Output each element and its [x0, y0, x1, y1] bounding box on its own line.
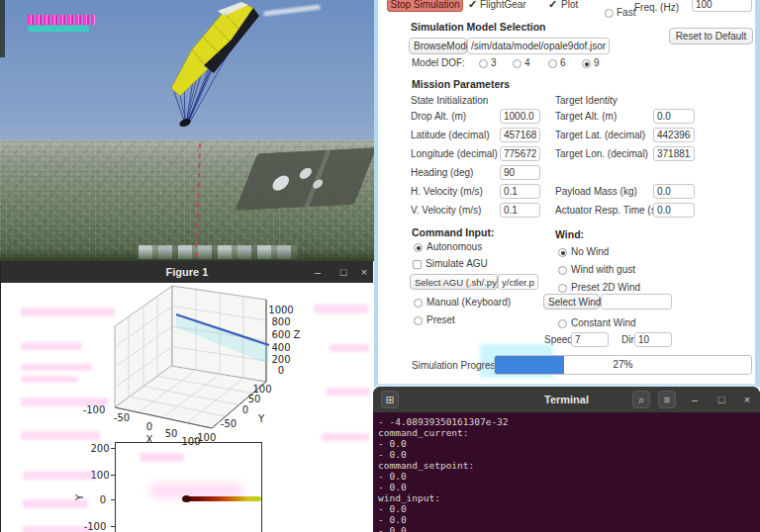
wind-path-input[interactable]: [601, 294, 672, 310]
terminal-line: - 0.0: [378, 482, 760, 492]
preset-2d-wind-label[interactable]: Preset 2D Wind: [571, 282, 640, 293]
simulate-agu-label[interactable]: Simulate AGU: [426, 258, 488, 269]
figure-titlebar[interactable]: Figure 1 – □ ×: [1, 261, 373, 283]
maximize-icon[interactable]: □: [333, 261, 353, 283]
preset-radio[interactable]: [414, 316, 423, 325]
simulation-progress-bar: 27%: [494, 355, 752, 375]
model-dof-label: Model DOF:: [412, 57, 465, 68]
plot-checkbox-label[interactable]: Plot: [561, 0, 578, 10]
parafoil-model: [129, 0, 277, 138]
maximize-icon[interactable]: □: [712, 391, 730, 408]
select-wind-button[interactable]: Select Wind: [543, 294, 600, 310]
close-icon[interactable]: ×: [738, 391, 756, 408]
window-edge-artifact: [0, 0, 5, 57]
manual-label[interactable]: Manual (Keyboard): [427, 297, 511, 308]
ghost-artifact: [326, 388, 370, 396]
ghost-artifact: [21, 342, 82, 350]
axis-tick-mark: [111, 448, 115, 449]
dof-label-9[interactable]: 9: [594, 57, 600, 68]
state-init-header: State Initialization: [411, 95, 488, 106]
v-velocity-input[interactable]: [500, 203, 540, 218]
field-label: Payload Mass (kg): [555, 186, 637, 197]
dof-radio-6[interactable]: [548, 59, 557, 68]
fast-radio[interactable]: [605, 9, 614, 18]
dof-label-3[interactable]: 3: [491, 57, 497, 68]
reset-default-button[interactable]: Reset to Default: [669, 28, 753, 44]
constant-wind-label[interactable]: Constant Wind: [571, 317, 636, 328]
no-wind-radio[interactable]: [558, 248, 567, 257]
model-path-input[interactable]: [467, 38, 610, 54]
wind-gust-label[interactable]: Wind with gust: [571, 264, 635, 275]
model-section-title: Simulation Model Selection: [411, 21, 546, 33]
freq-label: Freq. (Hz): [634, 2, 679, 13]
target-lat-input[interactable]: [653, 128, 695, 142]
simulate-agu-checkbox[interactable]: [413, 260, 422, 269]
plot2d-ticks: 2001000-100Y: [1, 283, 373, 532]
preset-label[interactable]: Preset: [427, 314, 455, 325]
manual-radio[interactable]: [414, 299, 423, 308]
target-alt-input[interactable]: [653, 109, 695, 124]
wind-gust-radio[interactable]: [558, 266, 567, 275]
terminal-line: - 0.0: [378, 438, 760, 449]
dof-label-4[interactable]: 4: [524, 57, 530, 68]
ghost-artifact: [21, 431, 100, 440]
no-wind-label[interactable]: No Wind: [571, 246, 609, 257]
minimize-icon[interactable]: –: [308, 261, 328, 283]
close-icon[interactable]: ×: [354, 261, 374, 283]
autonomous-label[interactable]: Autonomous: [427, 241, 482, 252]
payload-mass-input[interactable]: [653, 184, 695, 199]
ghost-artifact: [23, 471, 97, 480]
terminal-titlebar[interactable]: ⊞ Terminal ⌕ ≡ – □ ×: [373, 387, 760, 412]
dof-label-6[interactable]: 6: [560, 57, 566, 68]
ghost-artifact: [330, 344, 369, 352]
ghost-artifact: [21, 398, 108, 406]
longitude-input[interactable]: [500, 146, 540, 161]
ghost-artifact: [23, 499, 88, 508]
ghost-artifact: [21, 376, 78, 383]
dof-radio-9[interactable]: [582, 59, 591, 68]
autonomous-radio[interactable]: [414, 243, 423, 252]
field-label: H. Velocity (m/s): [411, 186, 483, 197]
target-lon-input[interactable]: [653, 146, 695, 161]
drop-alt-input[interactable]: [500, 109, 540, 124]
check-icon[interactable]: ✓: [548, 0, 557, 9]
check-icon[interactable]: ✓: [468, 0, 477, 9]
flightgear-viewport: [0, 0, 374, 261]
ghost-artifact: [23, 526, 92, 532]
airport-area: [235, 147, 374, 211]
ghost-artifact: [322, 433, 369, 441]
field-label: Target Alt. (m): [555, 111, 617, 122]
agu-path-input[interactable]: [498, 274, 538, 290]
latitude-input[interactable]: [500, 128, 540, 142]
dir-label: Dir: [621, 334, 634, 345]
h-velocity-input[interactable]: [500, 184, 540, 199]
dof-radio-4[interactable]: [513, 59, 522, 68]
terminal-line: - 0.0: [378, 514, 760, 525]
heading-input[interactable]: [500, 165, 540, 180]
fast-radio-label[interactable]: Fast: [617, 7, 635, 18]
new-tab-icon[interactable]: ⊞: [381, 391, 399, 408]
browse-model-button[interactable]: BrowseModel: [409, 38, 467, 54]
stop-simulation-button[interactable]: Stop Simulation: [387, 0, 463, 12]
figure-canvas: 02004006008001000Z-100-50050100X100500-5…: [1, 283, 373, 532]
dir-input[interactable]: [634, 332, 672, 347]
flightgear-checkbox-label[interactable]: FlightGear: [480, 0, 526, 10]
terminal-output[interactable]: - -4.08939350161307e-32 command_current:…: [373, 412, 760, 532]
dof-radio-3[interactable]: [479, 59, 488, 68]
preset-2d-wind-radio[interactable]: [558, 284, 567, 293]
freq-input[interactable]: [692, 0, 752, 12]
ghost-artifact: [21, 364, 92, 371]
actuator-resp-input[interactable]: [653, 203, 695, 218]
hud-teal-bar: [28, 26, 89, 32]
field-label: Drop Alt. (m): [411, 111, 466, 122]
speed-input[interactable]: [571, 332, 609, 347]
axis-tick: 0: [100, 494, 106, 505]
minimize-icon[interactable]: –: [686, 391, 704, 408]
search-icon[interactable]: ⌕: [632, 391, 650, 408]
terminal-window: ⊞ Terminal ⌕ ≡ – □ × - -4.08939350161307…: [373, 387, 760, 532]
menu-icon[interactable]: ≡: [658, 391, 676, 408]
constant-wind-radio[interactable]: [558, 319, 567, 328]
select-agu-button[interactable]: Select AGU (.sh/.py): [410, 274, 498, 290]
terminal-line: command_current:: [378, 427, 760, 438]
ghost-artifact: [21, 308, 115, 316]
